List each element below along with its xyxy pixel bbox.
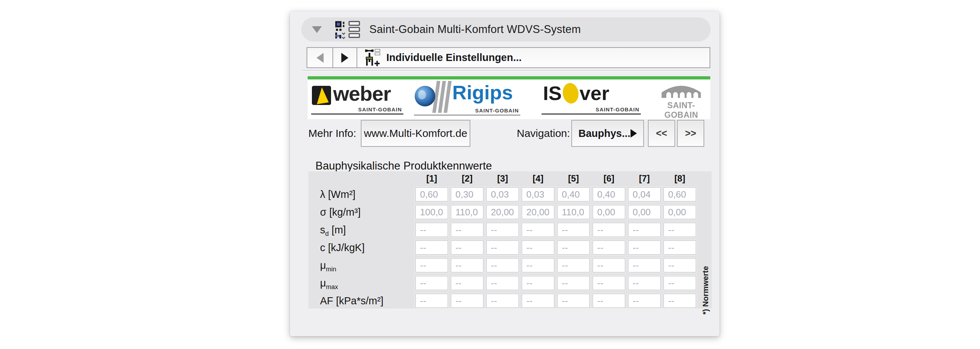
left-arrow-icon [317, 53, 324, 63]
value-cell[interactable]: -- [593, 223, 625, 237]
value-cell[interactable]: -- [486, 241, 519, 255]
value-cell[interactable]: 20,00 [486, 205, 519, 219]
value-cell[interactable]: -- [451, 276, 484, 290]
section-title: Bauphysikalische Produktkennwerte [315, 159, 492, 172]
value-cell[interactable]: 100,0 [415, 205, 448, 219]
value-cell[interactable]: -- [486, 294, 519, 308]
value-cell[interactable]: -- [557, 294, 590, 308]
value-cell[interactable]: -- [486, 223, 519, 237]
value-cell[interactable]: -- [415, 258, 448, 273]
row-label: AF [kPa*s/m²] [320, 294, 383, 308]
value-cell[interactable]: -- [415, 241, 448, 255]
value-cell[interactable]: -- [486, 258, 519, 273]
value-cell[interactable]: 0,60 [663, 187, 696, 201]
previous-page-button[interactable] [307, 48, 333, 67]
value-cell[interactable]: -- [663, 276, 696, 290]
value-cell[interactable]: 0,03 [486, 187, 519, 201]
value-cell[interactable]: 0,40 [557, 187, 590, 201]
arch-bridge-icon [658, 83, 704, 98]
value-cell[interactable]: -- [557, 258, 590, 273]
value-cell[interactable]: -- [663, 241, 696, 255]
value-cell[interactable]: -- [628, 258, 661, 273]
value-cell[interactable]: -- [628, 276, 661, 290]
disclosure-triangle-icon[interactable] [312, 26, 322, 33]
table-row: c [kJ/kgK]---------------- [309, 241, 712, 255]
row-label: μmin [320, 258, 336, 273]
isover-o-icon: O [562, 82, 580, 105]
value-cell[interactable]: -- [628, 241, 661, 255]
value-cell[interactable]: 0,30 [451, 187, 484, 201]
normwerte-footnote: *) Normwerte [701, 247, 712, 315]
value-cell[interactable]: 0,00 [663, 205, 696, 219]
navigation-dropdown-value: Bauphys... [578, 127, 630, 139]
value-cell[interactable]: -- [593, 294, 625, 308]
website-button[interactable]: www.Multi-Komfort.de [361, 120, 470, 147]
next-page-button[interactable] [333, 48, 357, 67]
value-cell[interactable]: -- [451, 223, 484, 237]
navigate-back-button[interactable]: << [648, 120, 675, 147]
value-cell[interactable]: -- [522, 294, 554, 308]
product-values-table: [1][2][3][4][5][6][7][8] λ [Wm²]0,600,30… [309, 171, 712, 309]
value-cell[interactable]: 0,60 [415, 187, 448, 201]
value-cell[interactable]: -- [415, 223, 448, 237]
value-cell[interactable]: 0,00 [593, 205, 625, 219]
object-settings-icon [334, 19, 361, 39]
divider [302, 70, 708, 71]
right-arrow-icon [341, 53, 348, 63]
value-cell[interactable]: 110,0 [557, 205, 590, 219]
value-cell[interactable]: 0,00 [628, 205, 661, 219]
value-cell[interactable]: -- [451, 294, 484, 308]
value-cell[interactable]: -- [557, 276, 590, 290]
brand-banner: weber SAINT-GOBAIN Rigips SAINT-GOBAIN I… [308, 76, 710, 119]
individual-settings-button[interactable]: Individuelle Einstellungen... [357, 48, 710, 67]
column-header: [2] [451, 174, 484, 184]
value-cell[interactable]: -- [663, 223, 696, 237]
table-row: μmax---------------- [309, 276, 712, 290]
column-header: [6] [593, 174, 625, 184]
value-cell[interactable]: -- [415, 294, 448, 308]
value-cell[interactable]: -- [451, 241, 484, 255]
weber-subtitle: SAINT-GOBAIN [358, 107, 402, 112]
table-row: λ [Wm²]0,600,300,030,030,400,400,040,60 [309, 187, 712, 201]
value-cell[interactable]: -- [522, 258, 554, 273]
more-info-label: Mehr Info: [309, 120, 356, 147]
individual-settings-icon [364, 49, 381, 67]
value-cell[interactable]: -- [663, 258, 696, 273]
navigate-forward-button[interactable]: >> [677, 120, 704, 147]
navigation-dropdown[interactable]: Bauphys... [571, 120, 644, 147]
value-cell[interactable]: 0,40 [593, 187, 625, 201]
panel-header[interactable]: Saint-Gobain Multi-Komfort WDVS-System [301, 18, 711, 41]
panel-title: Saint-Gobain Multi-Komfort WDVS-System [369, 23, 581, 36]
value-cell[interactable]: 110,0 [451, 205, 484, 219]
value-cell[interactable]: 0,04 [628, 187, 661, 201]
column-header: [8] [663, 174, 696, 184]
column-header: [1] [415, 174, 448, 184]
isover-text-post: ver [579, 81, 609, 105]
value-cell[interactable]: -- [522, 241, 554, 255]
value-cell[interactable]: -- [593, 276, 625, 290]
value-cell[interactable]: -- [593, 241, 625, 255]
isover-subtitle: SAINT-GOBAIN [595, 107, 640, 112]
value-cell[interactable]: 0,03 [522, 187, 554, 201]
table-row: σ [kg/m³]100,0110,020,0020,00110,00,000,… [309, 205, 712, 219]
row-label: σ [kg/m³] [320, 205, 361, 219]
saint-gobain-logo: SAINT-GOBAIN [653, 83, 709, 116]
value-cell[interactable]: -- [486, 276, 519, 290]
value-cell[interactable]: 20,00 [522, 205, 554, 219]
saint-gobain-wordmark: SAINT-GOBAIN [653, 101, 709, 120]
value-cell[interactable]: -- [593, 258, 625, 273]
value-cell[interactable]: -- [451, 258, 484, 273]
value-cell[interactable]: -- [628, 294, 661, 308]
isover-wordmark: IS O ver [543, 81, 609, 105]
value-cell[interactable]: -- [522, 276, 554, 290]
value-cell[interactable]: -- [522, 223, 554, 237]
logo-strip: weber SAINT-GOBAIN Rigips SAINT-GOBAIN I… [308, 80, 710, 119]
value-cell[interactable]: -- [415, 276, 448, 290]
rigips-logo: Rigips SAINT-GOBAIN [414, 81, 520, 116]
value-cell[interactable]: -- [557, 223, 590, 237]
value-cell[interactable]: -- [663, 294, 696, 308]
value-cell[interactable]: -- [628, 223, 661, 237]
weber-logo: weber SAINT-GOBAIN [311, 82, 403, 115]
value-cell[interactable]: -- [557, 241, 590, 255]
rigips-subtitle: SAINT-GOBAIN [475, 107, 519, 113]
